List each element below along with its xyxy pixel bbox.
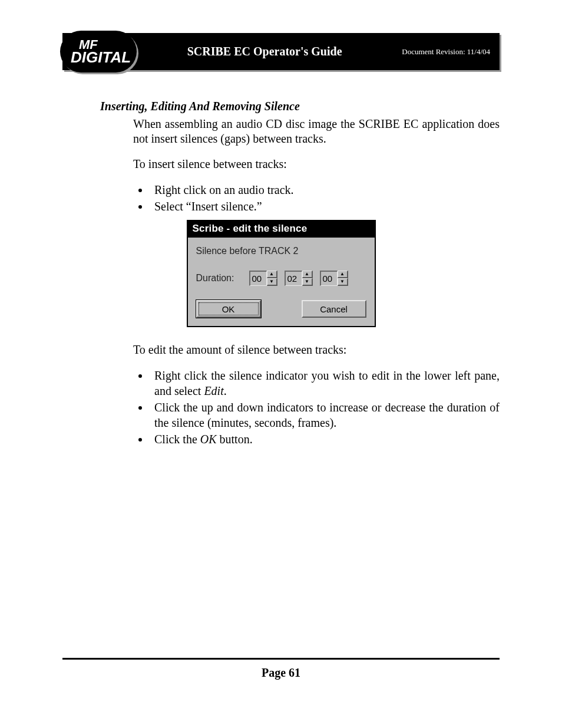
frames-down-button[interactable]: ▼ (338, 278, 348, 286)
steps-list: Right click the silence indicator you wi… (150, 368, 500, 447)
document-header: MF DIGITAL SCRIBE EC Operator's Guide Do… (62, 33, 500, 70)
paragraph: To insert silence between tracks: (133, 157, 500, 172)
cancel-button[interactable]: Cancel (302, 300, 366, 318)
seconds-field[interactable] (285, 271, 302, 286)
list-item: Click the up and down indicators to incr… (150, 400, 500, 430)
frames-up-button[interactable]: ▲ (338, 271, 348, 278)
minutes-field[interactable] (249, 271, 267, 286)
document-revision: Document Revision: 11/4/04 (402, 47, 500, 57)
paragraph: When assembling an audio CD disc image t… (133, 117, 500, 146)
edit-silence-dialog: Scribe - edit the silence Silence before… (187, 220, 376, 327)
frames-field[interactable] (320, 271, 338, 286)
ok-button[interactable]: OK (196, 300, 261, 318)
list-item: Right click the silence indicator you wi… (150, 368, 500, 398)
steps-list: Right click on an audio track. Select “I… (150, 182, 500, 214)
list-item: Click the OK button. (150, 431, 500, 447)
list-item: Right click on an audio track. (150, 182, 500, 197)
duration-label: Duration: (196, 273, 243, 284)
seconds-down-button[interactable]: ▼ (302, 278, 313, 286)
logo: MF DIGITAL (60, 31, 137, 73)
section-heading: Inserting, Editing And Removing Silence (100, 100, 500, 113)
paragraph: To edit the amount of silence between tr… (133, 342, 500, 357)
minutes-down-button[interactable]: ▼ (267, 278, 277, 286)
dialog-subtitle: Silence before TRACK 2 (196, 246, 366, 256)
page-number: Page 61 (0, 666, 562, 680)
list-item: Select “Insert silence.” (150, 199, 500, 214)
document-title: SCRIBE EC Operator's Guide (127, 45, 402, 58)
minutes-up-button[interactable]: ▲ (267, 271, 277, 278)
dialog-titlebar: Scribe - edit the silence (188, 221, 375, 238)
footer-rule (62, 658, 500, 660)
seconds-spinner[interactable]: ▲ ▼ (285, 271, 313, 286)
minutes-spinner[interactable]: ▲ ▼ (249, 271, 277, 286)
frames-spinner[interactable]: ▲ ▼ (320, 271, 348, 286)
seconds-up-button[interactable]: ▲ (302, 271, 313, 278)
logo-line2: DIGITAL (71, 51, 131, 64)
